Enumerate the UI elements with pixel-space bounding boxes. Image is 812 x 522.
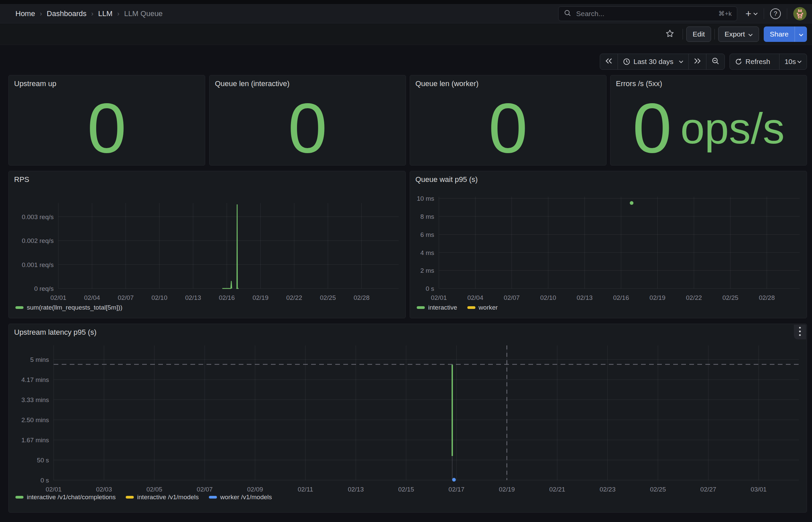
svg-text:02/03: 02/03: [96, 486, 112, 493]
stat-unit: ops/s: [681, 106, 785, 150]
window-top-strip: [0, 0, 812, 4]
breadcrumb: Home › Dashboards › LLM › LLM Queue: [15, 9, 162, 18]
add-new-button[interactable]: +: [742, 6, 761, 21]
header-icons: + ?: [742, 6, 807, 21]
panel-title[interactable]: RPS: [14, 175, 29, 184]
search-box[interactable]: ⌘+k: [558, 6, 737, 21]
search-input[interactable]: [575, 9, 714, 18]
svg-text:02/16: 02/16: [613, 294, 629, 301]
refresh-button[interactable]: Refresh: [730, 54, 779, 69]
panel-title[interactable]: Errors /s (5xx): [616, 79, 662, 88]
chevron-down-icon: [797, 60, 801, 63]
refresh-interval-picker[interactable]: 10s: [779, 54, 807, 69]
breadcrumb-separator-icon: ›: [117, 10, 119, 17]
svg-text:02/01: 02/01: [50, 294, 66, 301]
stat-body: 0: [9, 92, 205, 165]
zoom-out-button[interactable]: [706, 54, 724, 69]
chart-panel-queue-wait: 02/0102/0402/0702/1002/1302/1602/1902/22…: [410, 171, 807, 318]
legend-swatch: [209, 496, 217, 499]
legend-item[interactable]: interactive /v1/chat/completions: [15, 494, 116, 501]
svg-text:50 s: 50 s: [37, 457, 49, 464]
svg-text:0.001 req/s: 0.001 req/s: [22, 261, 54, 268]
favorite-button[interactable]: [660, 29, 679, 40]
time-range-picker[interactable]: Last 30 days: [618, 54, 688, 69]
help-button[interactable]: ?: [767, 6, 784, 21]
app-header: Home › Dashboards › LLM › LLM Queue ⌘+k …: [0, 4, 812, 23]
user-avatar[interactable]: [793, 7, 807, 20]
svg-text:02/13: 02/13: [348, 486, 364, 493]
refresh-interval-label: 10s: [785, 58, 796, 66]
svg-text:4.17 mins: 4.17 mins: [21, 376, 49, 383]
export-button-label: Export: [724, 30, 745, 38]
svg-text:02/27: 02/27: [700, 486, 716, 493]
panel-menu-button[interactable]: [794, 325, 806, 339]
share-menu-button[interactable]: [795, 26, 807, 42]
legend-swatch: [467, 306, 476, 309]
svg-text:02/10: 02/10: [540, 294, 556, 301]
svg-text:5 mins: 5 mins: [30, 356, 49, 363]
panel-title[interactable]: Queue wait p95 (s): [415, 175, 478, 184]
time-range-label: Last 30 days: [634, 58, 674, 66]
rps-chart[interactable]: 02/0102/0402/0702/1002/1302/1602/1902/22…: [9, 171, 406, 319]
stat-value: 0: [87, 93, 127, 163]
queue-wait-legend: interactiveworker: [417, 304, 498, 311]
panel-title[interactable]: Upstream up: [14, 79, 56, 88]
svg-text:02/28: 02/28: [759, 294, 775, 301]
time-shift-back-button[interactable]: [600, 54, 618, 69]
svg-text:2.50 mins: 2.50 mins: [21, 417, 49, 423]
breadcrumb-llm-folder[interactable]: LLM: [98, 9, 113, 18]
legend-swatch: [15, 306, 23, 309]
help-icon: ?: [770, 8, 781, 19]
breadcrumb-home[interactable]: Home: [15, 9, 35, 18]
stat-value: 0: [488, 93, 528, 163]
header-divider: [764, 8, 764, 19]
upstream-latency-chart[interactable]: 02/0102/0302/0502/0702/0902/1102/1302/15…: [9, 324, 807, 513]
legend-label: interactive: [428, 304, 457, 311]
stat-value: 0: [633, 93, 672, 163]
refresh-button-label: Refresh: [746, 58, 770, 66]
svg-text:02/05: 02/05: [147, 486, 162, 493]
toolbar-divider: [682, 29, 683, 40]
panel-title[interactable]: Queue len (interactive): [215, 79, 290, 88]
edit-button[interactable]: Edit: [686, 26, 711, 42]
legend-label: worker: [479, 304, 498, 311]
chart-panel-upstream-latency: 02/0102/0302/0502/0702/0902/1102/1302/15…: [8, 324, 807, 513]
stat-panel-queue-len-worker: Queue len (worker) 0: [410, 75, 606, 165]
time-shift-forward-button[interactable]: [688, 54, 706, 69]
legend-item[interactable]: sum(rate(llm_requests_total[5m])): [15, 304, 122, 311]
svg-text:3.33 mins: 3.33 mins: [21, 396, 49, 403]
svg-text:0 s: 0 s: [41, 477, 49, 484]
share-split-button: Share: [764, 26, 807, 42]
breadcrumb-dashboards[interactable]: Dashboards: [46, 9, 86, 18]
legend-item[interactable]: worker: [467, 304, 498, 311]
svg-text:02/22: 02/22: [286, 294, 303, 301]
panel-title[interactable]: Upstream latency p95 (s): [14, 328, 97, 337]
panel-title[interactable]: Queue len (worker): [415, 79, 479, 88]
export-button[interactable]: Export: [718, 26, 759, 42]
svg-text:02/25: 02/25: [320, 294, 336, 301]
svg-text:02/17: 02/17: [449, 486, 465, 493]
svg-text:02/23: 02/23: [599, 486, 616, 493]
svg-text:0.002 req/s: 0.002 req/s: [22, 237, 54, 244]
svg-text:02/13: 02/13: [185, 294, 201, 301]
svg-text:4 ms: 4 ms: [421, 249, 434, 256]
legend-item[interactable]: interactive /v1/models: [126, 494, 199, 501]
share-button-label: Share: [770, 30, 789, 38]
queue-wait-chart[interactable]: 02/0102/0402/0702/1002/1302/1602/1902/22…: [410, 171, 807, 319]
refresh-group: Refresh 10s: [730, 54, 807, 70]
svg-text:0 req/s: 0 req/s: [34, 285, 54, 292]
svg-text:02/07: 02/07: [197, 486, 213, 493]
legend-item[interactable]: worker /v1/models: [209, 494, 272, 501]
share-button[interactable]: Share: [764, 26, 795, 42]
svg-text:02/07: 02/07: [504, 294, 520, 301]
svg-text:0 s: 0 s: [426, 285, 434, 292]
search-icon: [564, 9, 571, 18]
svg-text:02/22: 02/22: [686, 294, 702, 301]
search-shortcut-hint: ⌘+k: [718, 10, 732, 17]
svg-text:03/01: 03/01: [751, 486, 767, 493]
svg-text:02/04: 02/04: [84, 294, 100, 301]
kebab-menu-icon: [799, 327, 801, 337]
svg-text:02/04: 02/04: [467, 294, 483, 301]
legend-item[interactable]: interactive: [417, 304, 457, 311]
legend-label: interactive /v1/chat/completions: [27, 494, 116, 501]
